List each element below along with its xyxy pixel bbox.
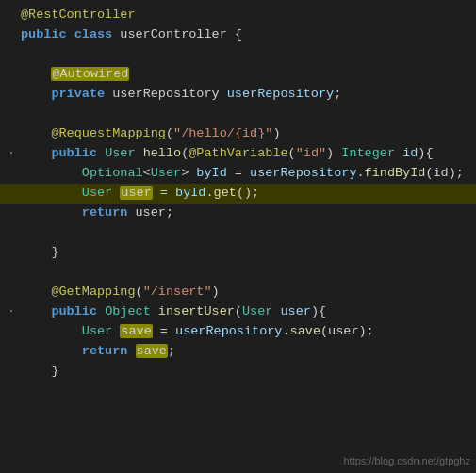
- code-line-14: [0, 263, 476, 283]
- code-content-11: return user;: [21, 204, 476, 223]
- code-line-10: User user = byId.get();: [0, 184, 476, 204]
- code-line-9: Optional<User> byId = userRepository.fin…: [0, 164, 476, 184]
- code-content-4: @Autowired: [21, 65, 476, 85]
- code-content-13: }: [21, 243, 476, 263]
- code-content-17: User save = userRepository.save(user);: [21, 322, 476, 342]
- code-line-19: }: [0, 362, 476, 382]
- code-line-3: [0, 45, 476, 65]
- code-content-2: public class userController {: [21, 25, 476, 45]
- code-content-19: }: [21, 362, 476, 382]
- code-content-7: @RequestMapping("/hello/{id}"): [21, 124, 476, 144]
- code-content-18: return save;: [21, 342, 476, 362]
- code-content-14: [21, 263, 476, 283]
- code-line-4: @Autowired: [0, 65, 476, 85]
- code-content-3: [21, 45, 476, 65]
- code-line-17: User save = userRepository.save(user);: [0, 322, 476, 342]
- code-line-20: [0, 382, 476, 401]
- code-content-12: [21, 223, 476, 243]
- code-content-15: @GetMapping("/insert"): [21, 283, 476, 302]
- code-content-16: public Object insertUser(User user){: [21, 302, 476, 322]
- gutter-dot-16: ·: [8, 302, 17, 322]
- code-line-1: @RestController: [0, 6, 476, 25]
- code-editor: @RestController public class userControl…: [0, 0, 476, 473]
- watermark: https://blog.csdn.net/gtpghz: [343, 453, 470, 469]
- code-line-13: }: [0, 243, 476, 263]
- code-content-1: @RestController: [21, 6, 476, 25]
- code-line-2: public class userController {: [0, 25, 476, 45]
- code-content-5: private userRepository userRepository;: [21, 85, 476, 105]
- code-line-5: private userRepository userRepository;: [0, 85, 476, 105]
- code-content-20: [21, 382, 476, 401]
- code-line-15: @GetMapping("/insert"): [0, 283, 476, 302]
- code-content-8: public User hello(@PathVariable("id") In…: [21, 144, 476, 164]
- code-line-18: return save;: [0, 342, 476, 362]
- code-line-8: · public User hello(@PathVariable("id") …: [0, 144, 476, 164]
- code-line-7: @RequestMapping("/hello/{id}"): [0, 124, 476, 144]
- gutter-dot-8: ·: [8, 144, 17, 164]
- code-line-11: return user;: [0, 204, 476, 223]
- code-line-16: · public Object insertUser(User user){: [0, 302, 476, 322]
- code-content-9: Optional<User> byId = userRepository.fin…: [21, 164, 476, 184]
- code-line-12: [0, 223, 476, 243]
- code-content-10: User user = byId.get();: [21, 184, 476, 204]
- code-line-6: [0, 105, 476, 124]
- code-content-6: [21, 105, 476, 124]
